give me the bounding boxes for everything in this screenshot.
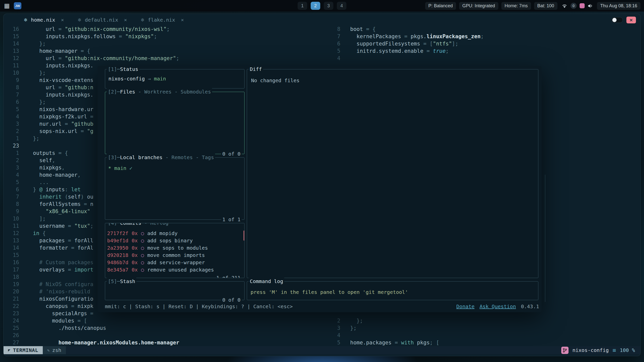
workspace-button-2[interactable]: 2 bbox=[311, 2, 320, 10]
code-line: 8boot = { bbox=[325, 26, 639, 33]
pane-right-top[interactable]: 8boot = {7 kernelPackages = pkgs.linuxPa… bbox=[325, 26, 639, 62]
line-number: 4 bbox=[4, 171, 19, 179]
branch-name: main bbox=[154, 75, 166, 82]
line-number: 20 bbox=[4, 288, 19, 295]
commit-row[interactable]: 8e345a70x○remove unused packages bbox=[107, 266, 244, 274]
wifi-icon[interactable] bbox=[561, 4, 568, 8]
commit-hash: b49ef1d bbox=[107, 237, 128, 244]
commit-graph-icon: ○ bbox=[141, 266, 144, 274]
link-ask-question[interactable]: Ask Question bbox=[479, 303, 516, 310]
launcher-badge[interactable]: JW bbox=[14, 2, 21, 9]
commit-author: 0x bbox=[132, 230, 138, 237]
panel-count: 1 of 211 bbox=[215, 274, 242, 278]
line-number: 8 bbox=[4, 84, 19, 91]
code-line: 3}; bbox=[325, 325, 639, 332]
lazygit-stash-panel[interactable]: [5]─Stash 0 of 0 bbox=[105, 281, 245, 300]
link-donate[interactable]: Donate bbox=[456, 303, 474, 310]
pane-right-bottom[interactable]: 2 };3};45home.packages = with pkgs; [ bbox=[325, 317, 639, 346]
tab-list: ❄home.nix×❄default.nix×❄flake.nix× bbox=[19, 15, 189, 24]
commit-row[interactable]: 9486b7d0x○add service-wrapper bbox=[107, 259, 244, 266]
commit-hash: 2717f2f bbox=[107, 230, 128, 237]
line-number: 11 bbox=[4, 62, 19, 69]
volume-icon[interactable] bbox=[588, 4, 593, 8]
pencil-icon: ✎ bbox=[47, 348, 50, 353]
commit-row[interactable]: 2a239500x○move sops to modules bbox=[107, 244, 244, 252]
tab-flake.nix[interactable]: ❄flake.nix× bbox=[136, 15, 189, 24]
panel-count: 0 of 0 bbox=[221, 150, 242, 158]
line-number: 18 bbox=[4, 274, 19, 281]
diff-content: No changed files bbox=[251, 77, 534, 84]
branch-row[interactable]: * main ✓ bbox=[108, 165, 241, 172]
commit-row[interactable]: 2717f2f0x○add mopidy bbox=[107, 230, 244, 237]
commit-row[interactable]: b49ef1d0x○add sops binary bbox=[107, 237, 244, 244]
check-icon: ✓ bbox=[129, 165, 132, 171]
app-grid-icon[interactable]: ▦ bbox=[4, 3, 10, 9]
window-close-button[interactable]: × bbox=[626, 17, 636, 23]
line-number: 13 bbox=[4, 48, 19, 55]
repo-name: nixos-config bbox=[108, 75, 145, 82]
lazygit-branches-panel[interactable]: [3]─Local branches - Remotes - Tags * ma… bbox=[105, 157, 245, 220]
commit-list: 2717f2f0x○add mopidyb49ef1d0x○add sops b… bbox=[107, 230, 244, 274]
lazygit-diff-panel[interactable]: Diff No changed files bbox=[247, 69, 538, 278]
commit-message: remove unused packages bbox=[147, 266, 214, 274]
shield-count-badge[interactable]: 0 bbox=[571, 3, 577, 9]
line-number: 23 bbox=[4, 310, 19, 317]
toggle-knob bbox=[612, 18, 617, 22]
close-icon[interactable]: × bbox=[61, 17, 64, 23]
commit-hash: d920218 bbox=[107, 252, 128, 259]
line-number: 5 bbox=[325, 48, 340, 55]
line-number: 23 bbox=[4, 142, 19, 150]
commit-graph-icon: ○ bbox=[141, 237, 144, 244]
lazygit-files-panel[interactable]: [2]─Files - Worktrees - Submodules 0 of … bbox=[105, 92, 245, 154]
panel-count: 1 of 1 bbox=[221, 216, 242, 223]
line-number: 27 bbox=[4, 339, 19, 346]
lazygit-commits-panel[interactable]: [4]─Commits - Reflog 2717f2f0x○add mopid… bbox=[105, 223, 245, 278]
statusline: ◤ TERMINAL ✎ zsh nixos-config ≡ 100 % bbox=[4, 346, 640, 354]
commit-message: move sops to modules bbox=[147, 244, 208, 252]
panel-title: [2]─Files - Worktrees - Submodules bbox=[107, 88, 212, 96]
line-number: 7 bbox=[325, 33, 340, 40]
commit-message: add service-wrapper bbox=[147, 259, 205, 266]
line-number: 2 bbox=[4, 157, 19, 164]
clock[interactable]: Thu Aug 08, 18:16 bbox=[597, 2, 640, 10]
workspace-button-3[interactable]: 3 bbox=[324, 2, 333, 10]
line-number: 5 bbox=[4, 179, 19, 186]
line-number: 24 bbox=[4, 317, 19, 325]
workspace-button-1[interactable]: 1 bbox=[298, 2, 307, 10]
color-swatch-icon[interactable] bbox=[580, 3, 585, 8]
scroll-percent: 100 % bbox=[620, 347, 635, 353]
terminal-window: ❄home.nix×❄default.nix×❄flake.nix× × 16 … bbox=[3, 14, 641, 356]
close-icon[interactable]: × bbox=[181, 17, 184, 23]
code-line: 14 }; bbox=[4, 40, 326, 48]
tab-default.nix[interactable]: ❄default.nix× bbox=[72, 15, 132, 24]
keybindings-text: mmit: c | Stash: s | Reset: D | Keybindi… bbox=[105, 303, 293, 310]
line-number: 5 bbox=[4, 106, 19, 113]
mode-indicator: ◤ TERMINAL bbox=[4, 346, 43, 354]
panel-title: [1]─Status bbox=[107, 66, 139, 73]
status-module: Home: 7ms bbox=[501, 2, 531, 10]
close-icon[interactable]: × bbox=[124, 17, 127, 23]
lazygit-keybindings-bar: mmit: c | Stash: s | Reset: D | Keybindi… bbox=[105, 303, 539, 310]
lazygit-status-panel[interactable]: [1]─Status nixos-config → main bbox=[105, 69, 245, 88]
tab-home.nix[interactable]: ❄home.nix× bbox=[19, 15, 69, 24]
line-number: 5 bbox=[325, 339, 340, 346]
line-number: 2 bbox=[4, 128, 19, 135]
pane-scrollbar[interactable] bbox=[545, 175, 545, 302]
toggle-switch[interactable] bbox=[611, 17, 623, 23]
code-line: 5home.packages = with pkgs; [ bbox=[325, 339, 639, 346]
topbar-modules: P: BalancedGPU: IntegratedHome: 7msBat: … bbox=[425, 2, 557, 10]
lazygit-command-log-panel[interactable]: Command log press 'M' in the files panel… bbox=[247, 281, 538, 300]
version-label: 0.43.1 bbox=[521, 303, 539, 310]
line-number: 25 bbox=[4, 325, 19, 332]
commit-hash: 8e345a7 bbox=[107, 266, 128, 274]
line-number: 15 bbox=[4, 33, 19, 40]
status-module: Bat: 100 bbox=[534, 2, 557, 10]
arrow-icon: → bbox=[145, 75, 154, 82]
workspace-button-4[interactable]: 4 bbox=[337, 2, 346, 10]
commits-scrollbar-thumb[interactable] bbox=[244, 231, 245, 241]
commit-graph-icon: ○ bbox=[141, 244, 144, 252]
line-number: 4 bbox=[325, 55, 340, 62]
code-line: 2 }; bbox=[325, 317, 639, 325]
commit-row[interactable]: d9202180x○move common imports bbox=[107, 252, 244, 259]
line-number: 1 bbox=[4, 150, 19, 157]
